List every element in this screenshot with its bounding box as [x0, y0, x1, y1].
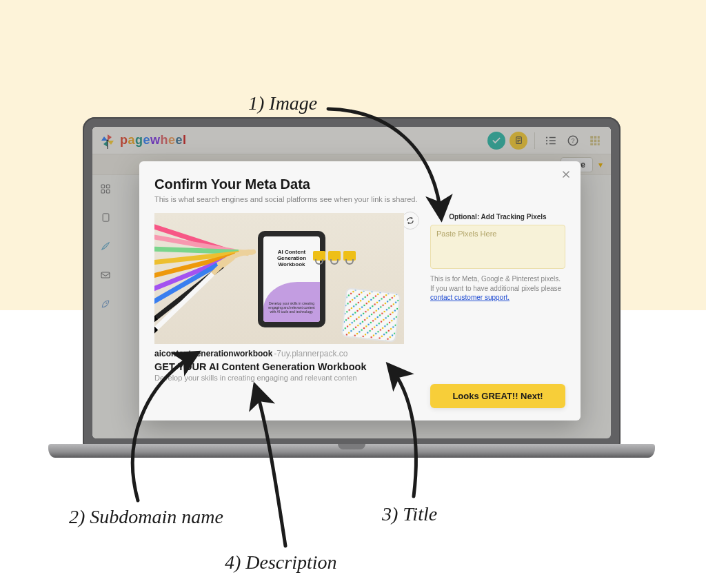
tablet-mockup: AI Content Generation Workbook Develop y… [258, 231, 325, 327]
modal-title: Confirm Your Meta Data [154, 176, 565, 192]
annotation-4-label: 4) Description [225, 551, 337, 574]
pixels-placeholder-text: Paste Pixels Here [436, 230, 496, 238]
next-button[interactable]: Looks GREAT!! Next! [430, 384, 565, 408]
preview-description[interactable]: Develop your skills in creating engaging… [154, 374, 404, 382]
meta-data-modal: Confirm Your Meta Data This is what sear… [139, 161, 581, 420]
tablet-line3: Workbook [279, 261, 305, 267]
laptop-screen-frame: pagewheel ? [83, 117, 621, 448]
close-icon [561, 170, 571, 179]
laptop-notch [338, 444, 365, 449]
preview-url-row: aicontentgenerationworkbook-7uy.plannerp… [154, 349, 416, 358]
contact-support-link[interactable]: contact customer support. [430, 294, 510, 301]
og-preview-image: AI Content Generation Workbook Develop y… [154, 213, 404, 344]
dotted-notebook [341, 287, 401, 343]
close-button[interactable] [561, 170, 571, 182]
tablet-line1: AI Content [278, 249, 305, 255]
preview-title[interactable]: GET YOUR AI Content Generation Workbook [154, 361, 416, 372]
annotation-3-label: 3) Title [382, 503, 437, 525]
modal-subtitle: This is what search engines and social p… [154, 195, 565, 203]
annotation-1-label: 1) Image [248, 92, 317, 114]
refresh-icon [405, 216, 415, 225]
app-screen: pagewheel ? [92, 127, 611, 438]
annotation-2-label: 2) Subdomain name [69, 506, 223, 528]
og-preview-card: AI Content Generation Workbook Develop y… [154, 213, 416, 382]
tablet-caption: Develop your skills in creating engaging… [268, 301, 316, 314]
preview-domain-suffix: -7uy.plannerpack.co [274, 349, 347, 358]
laptop-mockup: pagewheel ? [48, 117, 655, 476]
pixels-support-text: This is for Meta, Google & Pinterest pix… [430, 274, 565, 303]
pixels-textarea[interactable]: Paste Pixels Here [430, 225, 565, 269]
optional-pixels-label: Optional: Add Tracking Pixels [430, 213, 565, 221]
binder-clips [313, 251, 356, 266]
tablet-line2: Generation [277, 255, 306, 261]
preview-subdomain[interactable]: aicontentgenerationworkbook [154, 349, 272, 358]
